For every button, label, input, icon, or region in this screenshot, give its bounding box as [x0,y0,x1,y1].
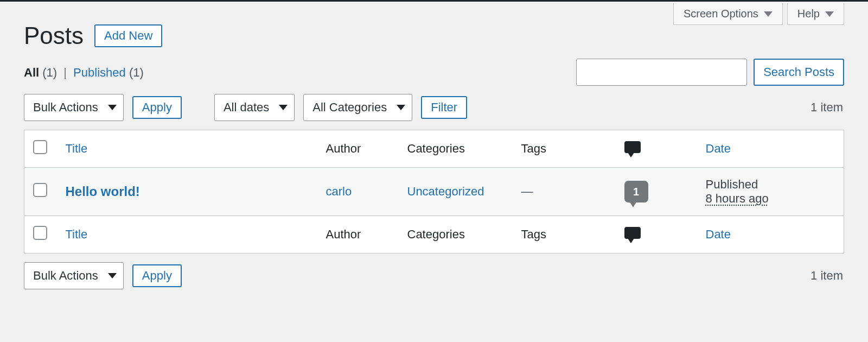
help-tab[interactable]: Help [787,3,844,25]
search-posts-button[interactable]: Search Posts [754,59,844,86]
apply-button-top[interactable]: Apply [132,96,182,119]
item-count-bottom: 1 item [810,269,843,283]
bulk-actions-select-bottom[interactable]: Bulk Actions [24,262,124,289]
chevron-down-icon [108,105,117,110]
filter-button[interactable]: Filter [421,96,467,119]
chevron-down-icon [279,105,288,110]
post-category-link[interactable]: Uncategorized [407,185,484,198]
column-title[interactable]: Title [66,142,88,155]
dates-label: All dates [224,100,269,115]
page-title: Posts [24,22,84,49]
column-tags: Tags [513,130,616,168]
help-label: Help [797,8,820,20]
select-all-top[interactable] [33,140,47,154]
column-comments [616,130,697,168]
column-date-foot[interactable]: Date [706,227,731,241]
dates-select[interactable]: All dates [214,94,295,121]
comments-count-badge[interactable]: 1 [624,181,648,202]
bulk-actions-label: Bulk Actions [33,100,98,115]
item-count-top: 1 item [810,100,843,115]
chevron-down-icon [764,11,773,17]
screen-options-label: Screen Options [684,8,758,20]
bulk-actions-label-bottom: Bulk Actions [33,269,98,283]
categories-label: All Categories [312,100,387,115]
table-row: Hello world! carlo Uncategorized — 1 Pub… [24,168,844,216]
post-title-link[interactable]: Hello world! [66,184,140,199]
filter-all-count: (1) [42,66,57,79]
comment-icon [624,227,641,239]
post-date-status: Published [706,178,835,192]
chevron-down-icon [397,105,405,110]
post-tags: — [521,185,533,198]
select-all-bottom[interactable] [33,226,47,240]
filter-all[interactable]: All [24,66,39,79]
posts-table: Title Author Categories Tags Date Hello … [24,130,844,254]
chevron-down-icon [108,273,117,278]
comment-icon [624,141,641,153]
column-comments-foot [616,216,697,254]
column-title-foot[interactable]: Title [66,227,88,241]
filter-published[interactable]: Published [73,66,126,79]
bulk-actions-select[interactable]: Bulk Actions [24,94,124,121]
add-new-button[interactable]: Add New [94,24,162,47]
screen-options-tab[interactable]: Screen Options [673,3,783,25]
search-input[interactable] [576,59,747,86]
column-tags-foot: Tags [513,216,616,254]
filter-published-count: (1) [129,66,144,79]
separator: | [63,66,67,79]
row-select[interactable] [33,183,47,197]
categories-select[interactable]: All Categories [303,94,412,121]
column-author: Author [317,130,399,168]
apply-button-bottom[interactable]: Apply [132,264,182,287]
chevron-down-icon [825,11,834,17]
column-author-foot: Author [317,216,399,254]
post-author-link[interactable]: carlo [326,185,352,198]
post-date-ago: 8 hours ago [706,192,835,206]
column-categories-foot: Categories [399,216,513,254]
column-categories: Categories [399,130,513,168]
column-date[interactable]: Date [706,142,731,155]
